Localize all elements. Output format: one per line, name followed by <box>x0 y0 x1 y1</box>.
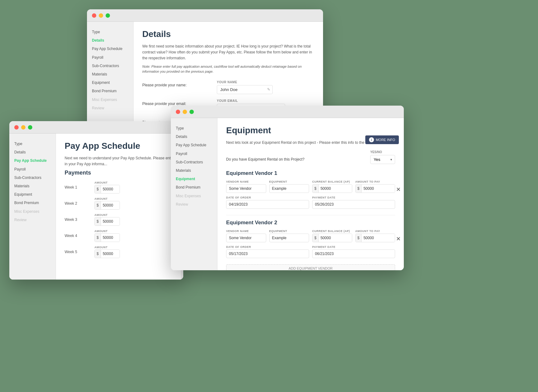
sidebar-item-type-2[interactable]: Type <box>14 140 51 148</box>
vendor-1-amount-input[interactable] <box>362 185 395 193</box>
vendor-2-payment-date-label: PAYMENT DATE <box>312 245 395 248</box>
close-button-3[interactable] <box>176 110 180 114</box>
vendor-1-balance-label: CURRENT BALANCE (AP) <box>312 180 352 183</box>
payapp-heading: Pay App Schedule <box>65 141 175 151</box>
sidebar-item-payroll-3[interactable]: Payroll <box>176 150 212 158</box>
week-1-input[interactable] <box>101 185 120 193</box>
close-button-1[interactable] <box>92 13 96 18</box>
sidebar-item-equipment-1[interactable]: Equipment <box>92 79 128 87</box>
vendor-1-amount-label: AMOUNT TO PAY <box>355 180 395 183</box>
week-4-input[interactable] <box>101 234 120 242</box>
has-equipment-question: Do you have Equipment Rental on this Pro… <box>226 157 364 164</box>
week-2-input[interactable] <box>101 201 120 209</box>
vendor-1-equipment-label: EQUIPMENT <box>269 180 309 183</box>
sidebar-item-subcontractors-2[interactable]: Sub-Contractors <box>14 174 51 182</box>
vendor-2-amount-col: AMOUNT TO PAY $ <box>355 230 395 242</box>
sidebar-item-materials-3[interactable]: Materials <box>176 166 212 175</box>
dollar-sign-5: $ <box>95 250 101 258</box>
sidebar-item-bond-2[interactable]: Bond Premium <box>14 199 51 207</box>
vendor-2-date-order-input[interactable] <box>226 249 309 258</box>
details-heading: Details <box>142 29 314 39</box>
minimize-button-2[interactable] <box>21 125 25 130</box>
payapp-main: Pay App Schedule Next we need to underst… <box>56 134 183 280</box>
amount-label-3: AMOUNT <box>94 213 120 217</box>
sidebar-item-misc-3: Misc Expenses <box>176 192 212 200</box>
week-3-input-wrapper: $ <box>94 217 120 226</box>
vendor-2-bottom-row: DATE OF ORDER PAYMENT DATE <box>226 245 395 258</box>
sidebar-item-payroll-1[interactable]: Payroll <box>92 53 128 62</box>
sidebar-item-payapp-1[interactable]: Pay App Schedule <box>92 45 128 53</box>
dollar-v2-bal: $ <box>312 234 319 242</box>
week-3-amount-col: AMOUNT $ <box>94 213 120 226</box>
sidebar-item-review-3: Review <box>176 200 212 209</box>
week-1-label: Week 1 <box>65 185 89 189</box>
vendor-1-title: Equipment Vendor 1 <box>226 170 395 176</box>
vendor-2-name-input[interactable] <box>226 234 266 242</box>
window-3-body: Type Details Pay App Schedule Payroll Su… <box>171 118 404 270</box>
vendor-1-balance-input[interactable] <box>319 185 352 193</box>
sidebar-item-type-1[interactable]: Type <box>92 28 128 36</box>
maximize-button-2[interactable] <box>28 125 32 130</box>
week-2-input-wrapper: $ <box>94 201 120 210</box>
vendor-1-date-order-label: DATE OF ORDER <box>226 196 309 199</box>
dollar-v1-bal: $ <box>312 185 319 193</box>
minimize-button-3[interactable] <box>183 110 187 114</box>
sidebar-3: Type Details Pay App Schedule Payroll Su… <box>171 118 217 270</box>
vendor-2-balance-input[interactable] <box>319 234 352 242</box>
sidebar-item-type-3[interactable]: Type <box>176 124 212 133</box>
sidebar-item-payapp-3[interactable]: Pay App Schedule <box>176 141 212 149</box>
amount-label-1: AMOUNT <box>94 181 120 184</box>
sidebar-item-bond-1[interactable]: Bond Premium <box>92 87 128 95</box>
vendor-1-date-order-input[interactable] <box>226 200 309 209</box>
titlebar-2 <box>9 121 183 134</box>
vendor-2-delete-button[interactable]: ✕ <box>396 235 401 242</box>
pay-row-2: Week 2 AMOUNT $ <box>65 197 175 210</box>
week-5-input-wrapper: $ <box>94 249 120 258</box>
name-input-wrapper: ✎ <box>217 85 273 94</box>
minimize-button-1[interactable] <box>99 13 103 18</box>
name-input[interactable] <box>217 85 273 94</box>
equipment-window: Type Details Pay App Schedule Payroll Su… <box>171 106 404 270</box>
vendor-2-equipment-input[interactable] <box>269 234 309 242</box>
amount-label-4: AMOUNT <box>94 230 120 233</box>
vendor-1-delete-button[interactable]: ✕ <box>396 186 401 193</box>
week-1-input-wrapper: $ <box>94 185 120 194</box>
close-button-2[interactable] <box>14 125 19 130</box>
sidebar-item-bond-3[interactable]: Bond Premium <box>176 183 212 192</box>
week-3-label: Week 3 <box>65 217 89 222</box>
sidebar-item-payapp-2[interactable]: Pay App Schedule <box>14 157 51 165</box>
equipment-heading: Equipment <box>226 125 395 135</box>
vendor-1-name-col: VENDOR NAME <box>226 180 266 193</box>
sidebar-item-details-3[interactable]: Details <box>176 133 212 141</box>
vendor-1-payment-date-input[interactable] <box>312 200 395 209</box>
sidebar-item-equipment-2[interactable]: Equipment <box>14 190 51 199</box>
sidebar-item-subcontractors-3[interactable]: Sub-Contractors <box>176 158 212 166</box>
yes-no-select-wrapper: Yes No <box>370 155 395 164</box>
week-5-input[interactable] <box>101 250 120 258</box>
sidebar-item-materials-2[interactable]: Materials <box>14 182 51 190</box>
vendor-2-top-row: VENDOR NAME EQUIPMENT CURRENT BALANCE (A… <box>226 230 395 242</box>
vendor-2-amount-wrapper: $ <box>355 234 395 242</box>
vendor-2-name-col: VENDOR NAME <box>226 230 266 242</box>
sidebar-item-details-1[interactable]: Details <box>92 36 128 45</box>
sidebar-item-materials-1[interactable]: Materials <box>92 70 128 79</box>
sidebar-item-payroll-2[interactable]: Payroll <box>14 165 51 174</box>
more-info-button[interactable]: i MORE INFO <box>365 135 399 144</box>
add-vendor-link[interactable]: ADD EQUIPMENT VENDOR <box>226 264 395 270</box>
vendor-2-payment-date-input[interactable] <box>312 249 395 258</box>
week-4-label: Week 4 <box>65 234 89 238</box>
yes-no-select[interactable]: Yes No <box>370 155 395 164</box>
sidebar-item-equipment-3[interactable]: Equipment <box>176 175 212 183</box>
vendor-2-amount-input[interactable] <box>362 234 395 242</box>
sidebar-item-review-2: Review <box>14 216 51 224</box>
vendor-1-equipment-input[interactable] <box>269 184 309 193</box>
sidebar-item-subcontractors-1[interactable]: Sub-Contractors <box>92 62 128 70</box>
maximize-button-3[interactable] <box>189 110 194 114</box>
week-4-amount-col: AMOUNT $ <box>94 230 120 242</box>
name-field-col: YOUR NAME ✎ <box>217 80 314 94</box>
week-3-input[interactable] <box>101 217 120 226</box>
dollar-sign-2: $ <box>95 201 101 209</box>
vendor-1-name-input[interactable] <box>226 184 266 193</box>
sidebar-item-details-2[interactable]: Details <box>14 148 51 157</box>
maximize-button-1[interactable] <box>106 13 110 18</box>
